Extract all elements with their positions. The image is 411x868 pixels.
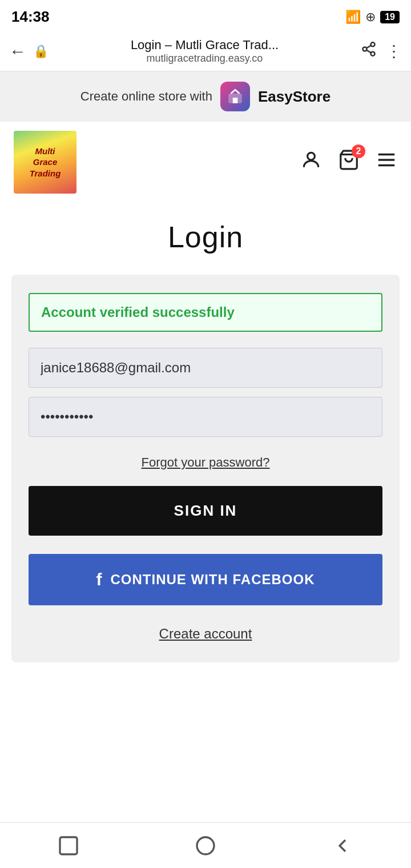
svg-point-13 [197,837,214,854]
bottom-nav [0,822,411,868]
account-icon[interactable] [300,149,322,175]
store-logo: Multi Grace Trading [14,131,76,194]
page-content: Login Account verified successfully Forg… [0,203,411,685]
success-banner: Account verified successfully [29,293,382,332]
store-header: Multi Grace Trading 2 [0,122,411,203]
header-icons: 2 [300,149,397,175]
facebook-label: CONTINUE WITH FACEBOOK [111,572,315,588]
cart-icon[interactable]: 2 [338,149,360,175]
svg-point-7 [308,152,315,160]
create-account-link[interactable]: Create account [29,626,382,642]
browser-bar: ← 🔒 Login – Mutli Grace Trad... mutligra… [0,31,411,71]
bluetooth-icon: ⊕ [365,10,376,25]
email-input[interactable] [29,348,382,388]
page-title: Login [11,220,400,254]
svg-point-2 [371,52,375,56]
easystore-banner: Create online store with EasyStore [0,71,411,122]
cart-badge: 2 [352,144,365,158]
status-icons: 📶 ⊕ 19 [345,10,400,25]
facebook-login-button[interactable]: f CONTINUE WITH FACEBOOK [29,554,382,605]
store-logo-line1: Multi [35,146,55,157]
success-message: Account verified successfully [41,304,235,320]
svg-point-1 [363,47,367,51]
battery-level: 19 [380,11,400,23]
lock-icon: 🔒 [33,44,49,59]
forgot-password-link[interactable]: Forgot your password? [29,455,382,470]
nav-back-button[interactable] [325,829,360,863]
sign-in-button[interactable]: SIGN IN [29,486,382,536]
store-logo-line3: Trading [30,168,61,179]
signal-icon: 📶 [345,10,361,25]
menu-button[interactable]: ⋮ [386,42,402,61]
svg-line-4 [366,46,371,49]
password-input[interactable] [29,397,382,437]
svg-line-3 [366,50,371,53]
store-logo-line2: Grace [33,156,58,168]
svg-rect-6 [233,98,238,103]
easystore-logo-icon [220,82,250,111]
nav-home-button[interactable] [188,829,223,863]
svg-point-0 [371,42,375,46]
browser-actions: ⋮ [361,41,402,61]
status-time: 14:38 [11,8,50,26]
easystore-brand-name: EasyStore [258,88,331,106]
nav-square-button[interactable] [51,829,86,863]
back-button[interactable]: ← [9,42,26,61]
url-area: Login – Mutli Grace Trad... mutligracetr… [55,38,354,65]
browser-title: Login – Mutli Grace Trad... [131,38,279,53]
svg-rect-12 [60,837,77,854]
browser-url: mutligracetrading.easy.co [147,53,263,65]
status-bar: 14:38 📶 ⊕ 19 [0,0,411,31]
easystore-banner-text: Create online store with [80,89,212,104]
share-button[interactable] [361,41,377,61]
facebook-icon: f [96,570,103,589]
login-card: Account verified successfully Forgot you… [11,275,400,662]
hamburger-menu-icon[interactable] [376,149,397,175]
